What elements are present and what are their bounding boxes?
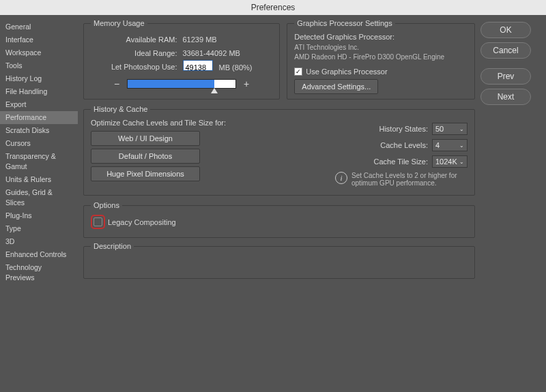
let-photoshop-use-input[interactable]: 49138 (183, 60, 213, 71)
web-ui-design-button[interactable]: Web / UI Design (91, 131, 200, 146)
sidebar-item-interface[interactable]: Interface (0, 33, 78, 46)
let-photoshop-use-suffix: MB (80%) (219, 63, 253, 72)
cache-tile-select[interactable]: 1024K⌄ (432, 155, 468, 168)
sidebar-item-plug-ins[interactable]: Plug-Ins (0, 209, 78, 222)
available-ram-value: 61239 MB (183, 33, 253, 46)
highlight-ring (91, 215, 105, 229)
gp-device: AMD Radeon HD - FirePro D300 OpenGL Engi… (294, 52, 468, 62)
legacy-compositing-checkbox[interactable] (94, 217, 102, 226)
options-legend: Options (91, 201, 122, 209)
memory-usage-group: Memory Usage Available RAM: Ideal Range:… (83, 19, 280, 100)
options-group: Options Legacy Compositing (83, 201, 475, 238)
let-photoshop-use-label: Let Photoshop Use: (111, 60, 177, 74)
cache-tile-label: Cache Tile Size: (374, 157, 428, 166)
history-cache-legend: History & Cache (91, 105, 150, 113)
sidebar-item-transparency-gamut[interactable]: Transparency & Gamut (0, 150, 78, 173)
description-group: Description (83, 246, 475, 279)
sidebar-item-workspace[interactable]: Workspace (0, 46, 78, 59)
ideal-range-value: 33681-44092 MB (183, 46, 253, 60)
huge-pixel-button[interactable]: Huge Pixel Dimensions (91, 166, 200, 181)
advanced-settings-button[interactable]: Advanced Settings... (294, 79, 378, 94)
slider-thumb-icon[interactable] (211, 88, 218, 93)
sidebar-item-file-handling[interactable]: File Handling (0, 85, 78, 98)
chevron-down-icon: ⌄ (459, 126, 464, 132)
cache-levels-select[interactable]: 4⌄ (432, 139, 468, 151)
sidebar-item-performance[interactable]: Performance (0, 111, 78, 124)
window-titlebar: Preferences (0, 0, 546, 15)
gp-vendor: ATI Technologies Inc. (294, 43, 468, 52)
sidebar-item-cursors[interactable]: Cursors (0, 137, 78, 150)
history-cache-group: History & Cache Optimize Cache Levels an… (83, 105, 475, 196)
memory-decrease[interactable]: − (112, 78, 121, 89)
next-button[interactable]: Next (480, 89, 531, 105)
chevron-down-icon: ⌄ (459, 142, 464, 149)
memory-legend: Memory Usage (91, 19, 147, 27)
sidebar-item-export[interactable]: Export (0, 98, 78, 111)
window-title: Preferences (251, 3, 296, 12)
sidebar-item-enhanced-controls[interactable]: Enhanced Controls (0, 248, 78, 261)
prev-button[interactable]: Prev (480, 68, 531, 85)
sidebar: GeneralInterfaceWorkspaceToolsHistory Lo… (0, 15, 78, 392)
info-icon: i (335, 172, 347, 184)
detected-gp-label: Detected Graphics Processor: (294, 33, 468, 41)
chevron-down-icon: ⌄ (459, 159, 464, 165)
available-ram-label: Available RAM: (111, 33, 177, 46)
ok-button[interactable]: OK (480, 22, 531, 38)
sidebar-item-scratch-disks[interactable]: Scratch Disks (0, 124, 78, 137)
use-gp-checkbox[interactable]: ✓ (294, 67, 302, 76)
use-gp-label: Use Graphics Processor (306, 67, 387, 76)
sidebar-item-technology-previews[interactable]: Technology Previews (0, 261, 78, 284)
ideal-range-label: Ideal Range: (111, 46, 177, 60)
sidebar-item-type[interactable]: Type (0, 222, 78, 235)
cancel-button[interactable]: Cancel (480, 42, 531, 59)
optimize-label: Optimize Cache Levels and Tile Size for: (91, 119, 255, 127)
sidebar-item-3d[interactable]: 3D (0, 235, 78, 248)
sidebar-item-general[interactable]: General (0, 20, 78, 33)
description-label: Description (91, 242, 134, 250)
cache-levels-label: Cache Levels: (380, 141, 428, 149)
memory-slider[interactable] (127, 79, 236, 89)
cache-info-text: Set Cache Levels to 2 or higher for opti… (351, 172, 468, 187)
memory-increase[interactable]: + (242, 78, 251, 89)
graphics-processor-group: Graphics Processor Settings Detected Gra… (287, 19, 475, 100)
sidebar-item-units-rulers[interactable]: Units & Rulers (0, 173, 78, 186)
sidebar-item-guides-grid-slices[interactable]: Guides, Grid & Slices (0, 186, 78, 209)
legacy-compositing-label: Legacy Compositing (108, 218, 176, 226)
history-states-label: History States: (379, 125, 428, 133)
sidebar-item-tools[interactable]: Tools (0, 59, 78, 72)
history-states-select[interactable]: 50⌄ (432, 123, 468, 135)
default-photos-button[interactable]: Default / Photos (91, 149, 200, 164)
graphics-legend: Graphics Processor Settings (294, 19, 394, 27)
sidebar-item-history-log[interactable]: History Log (0, 72, 78, 85)
